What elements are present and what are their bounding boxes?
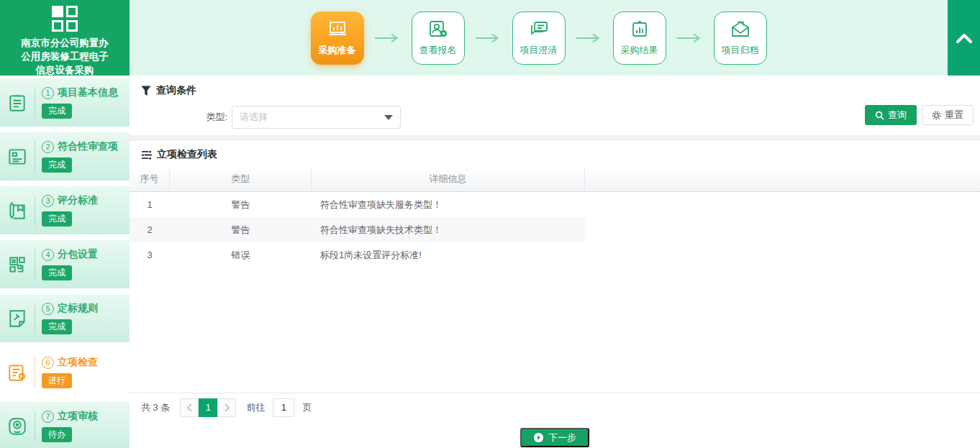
caret-down-icon <box>384 115 393 120</box>
step-number: 5 <box>42 303 54 315</box>
app-logo-icon <box>52 6 78 32</box>
cell-no: 1 <box>130 192 170 217</box>
workflow-step-label: 项目归档 <box>722 44 759 57</box>
select-placeholder: 请选择 <box>240 111 268 124</box>
goto-label: 前往 <box>246 401 265 414</box>
status-badge: 完成 <box>42 265 72 280</box>
total-count: 共 3 条 <box>141 401 170 414</box>
workflow-step-label: 采购准备 <box>319 44 356 57</box>
workflow-step-project-clarify[interactable]: 项目澄清 <box>512 12 566 65</box>
footer-bar: 下一步 <box>130 421 980 448</box>
clipboard-icon <box>0 92 35 114</box>
sidebar-item-label: 立项检查 <box>58 356 98 369</box>
chart-podium-icon <box>327 19 348 40</box>
workflow-step-project-archive[interactable]: 项目归档 <box>714 12 767 65</box>
sidebar-item-project-approval[interactable]: 7立项审核 待办 <box>0 402 130 448</box>
status-badge: 完成 <box>42 211 72 227</box>
search-icon <box>875 111 884 120</box>
workflow-step-label: 查看报名 <box>419 44 457 57</box>
sidebar-item-package-settings[interactable]: 4分包设置 完成 <box>0 240 130 288</box>
arrow-right-icon <box>374 32 401 44</box>
cell-detail: 符合性审查项缺失服务类型！ <box>312 192 585 217</box>
envelope-open-icon <box>730 19 751 40</box>
document-gavel-icon <box>0 308 35 329</box>
project-title: 南京市分公司购置办 公用房装修工程电子 信息设备采购 <box>0 36 130 77</box>
step-number: 7 <box>42 411 54 423</box>
sidebar: 南京市分公司购置办 公用房装修工程电子 信息设备采购 1项目基本信息 完成 <box>0 0 130 448</box>
goto-page-input[interactable]: 1 <box>273 398 294 417</box>
step-number: 6 <box>42 357 54 369</box>
clipboard-chart-icon <box>629 19 650 40</box>
cell-detail: 标段1尚未设置评分标准! <box>312 242 585 268</box>
prev-page-button[interactable] <box>180 398 199 417</box>
arrow-right-icon <box>475 32 502 44</box>
status-badge: 完成 <box>42 319 72 334</box>
workflow-step-procure-result[interactable]: 采购结果 <box>613 12 666 65</box>
cell-no: 2 <box>130 217 170 242</box>
column-header-empty <box>585 167 980 191</box>
collapse-up-button[interactable] <box>948 0 980 76</box>
search-button[interactable]: 查询 <box>865 105 917 125</box>
cell-no: 3 <box>130 242 170 268</box>
pager: 1 <box>180 398 236 417</box>
person-add-icon <box>427 19 449 40</box>
cell-detail: 符合性审查项缺失技术类型！ <box>312 217 585 242</box>
next-step-button[interactable]: 下一步 <box>520 428 589 447</box>
clipboard-gear-icon <box>0 362 35 383</box>
arrow-right-icon <box>676 32 704 44</box>
sidebar-item-label: 立项审核 <box>58 410 98 423</box>
sidebar-item-project-check[interactable]: 6立项检查 进行 <box>0 348 130 396</box>
cell-type: 错误 <box>170 242 312 268</box>
sidebar-item-project-basic-info[interactable]: 1项目基本信息 完成 <box>0 78 130 127</box>
id-card-icon <box>0 146 35 168</box>
column-header-detail: 详细信息 <box>312 167 585 191</box>
status-badge: 进行 <box>42 373 72 388</box>
type-select[interactable]: 请选择 <box>232 106 401 129</box>
list-section-title: 立项检查列表 <box>130 141 980 167</box>
sidebar-item-scoring-criteria[interactable]: 3评分标准 完成 <box>0 186 130 234</box>
check-list-panel: 立项检查列表 序号 类型 详细信息 1 警告 符合性审查项缺失服务类型！ 2 警… <box>130 141 980 393</box>
cell-type: 警告 <box>170 192 312 217</box>
column-header-type: 类型 <box>170 167 312 191</box>
current-page[interactable]: 1 <box>199 398 217 417</box>
sidebar-item-label: 评分标准 <box>58 194 98 207</box>
chevron-up-icon <box>956 32 973 44</box>
step-number: 3 <box>42 195 54 207</box>
grid-icon <box>0 254 35 275</box>
cell-type: 警告 <box>170 217 312 242</box>
play-circle-icon <box>533 432 544 443</box>
table-row[interactable]: 1 警告 符合性审查项缺失服务类型！ <box>130 192 585 217</box>
workflow-step-procure-prepare[interactable]: 采购准备 <box>311 12 364 65</box>
column-header-no: 序号 <box>130 167 170 191</box>
query-section-title: 查询条件 <box>141 84 968 97</box>
step-number: 2 <box>42 141 54 153</box>
page-unit-label: 页 <box>302 401 312 414</box>
workflow-step-view-registration[interactable]: 查看报名 <box>412 12 465 65</box>
book-pen-icon <box>0 200 35 221</box>
table-row[interactable]: 2 警告 符合性审查项缺失技术类型！ <box>130 217 585 242</box>
list-icon <box>141 150 152 160</box>
status-badge: 待办 <box>42 427 72 442</box>
gear-icon <box>932 111 941 120</box>
workflow-steps: 采购准备 查看报名 项目澄清 <box>130 0 948 76</box>
main-content: 查询条件 类型: 请选择 查询 <box>130 76 980 448</box>
workflow-step-label: 项目澄清 <box>520 44 558 57</box>
reset-button[interactable]: 重置 <box>922 105 974 125</box>
sidebar-item-label: 定标规则 <box>58 302 98 315</box>
workflow-band: 采购准备 查看报名 项目澄清 <box>130 0 980 76</box>
query-panel: 查询条件 类型: 请选择 查询 <box>130 76 980 135</box>
status-badge: 完成 <box>42 157 72 173</box>
sidebar-item-label: 分包设置 <box>58 248 98 261</box>
step-number: 1 <box>42 87 54 99</box>
chat-bubbles-icon <box>528 19 550 40</box>
sidebar-menu: 1项目基本信息 完成 2符合性审查项 完成 <box>0 78 130 448</box>
arrow-right-icon <box>576 32 603 44</box>
next-page-button[interactable] <box>217 398 236 417</box>
sidebar-item-compliance-review[interactable]: 2符合性审查项 完成 <box>0 132 130 180</box>
pagination-bar: 共 3 条 1 前往 1 页 <box>130 393 980 421</box>
status-badge: 完成 <box>42 104 72 119</box>
sidebar-item-label: 符合性审查项 <box>58 140 118 153</box>
sidebar-item-award-rules[interactable]: 5定标规则 完成 <box>0 294 130 342</box>
table-row[interactable]: 3 错误 标段1尚未设置评分标准! <box>130 242 585 268</box>
step-number: 4 <box>42 249 54 261</box>
